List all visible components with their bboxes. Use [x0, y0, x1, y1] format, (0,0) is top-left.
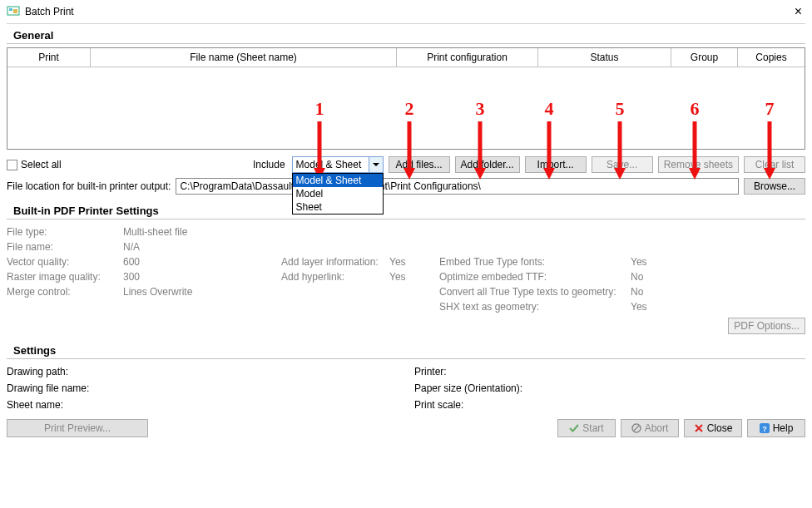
check-icon — [569, 423, 579, 433]
col-print[interactable]: Print — [7, 48, 91, 67]
include-option[interactable]: Sheet — [293, 200, 383, 214]
abort-button[interactable]: Abort — [621, 419, 679, 437]
pdf-layer-k: Add layer information: — [281, 256, 389, 268]
pdf-merge-v: Lines Overwrite — [123, 286, 281, 298]
abort-label: Abort — [645, 422, 669, 434]
include-label: Include — [253, 159, 285, 170]
titlebar: Batch Print × — [0, 0, 812, 23]
x-icon — [694, 423, 704, 433]
col-filename[interactable]: File name (Sheet name) — [91, 48, 397, 67]
pdf-hyper-v: Yes — [389, 271, 439, 283]
svg-text:?: ? — [762, 425, 767, 433]
sheet-name-k: Sheet name: — [7, 399, 414, 411]
print-preview-button[interactable]: Print Preview... — [7, 419, 148, 437]
pdf-raster-k: Raster image quality: — [7, 271, 123, 283]
stop-icon — [631, 423, 641, 433]
pdf-vector-k: Vector quality: — [7, 256, 123, 268]
pdf-shx-k: SHX text as geometry: — [439, 301, 631, 313]
drawing-file-k: Drawing file name: — [7, 382, 414, 394]
close-button[interactable]: Close — [684, 419, 742, 437]
include-select[interactable]: Model & Sheet Model & Sheet Model Sheet — [292, 156, 384, 173]
pdf-filetype-k: File type: — [7, 226, 123, 238]
browse-button[interactable]: Browse... — [744, 178, 805, 195]
help-button[interactable]: ? Help — [747, 419, 805, 437]
include-option[interactable]: Model & Sheet — [293, 174, 383, 187]
add-folder-button[interactable]: Add folder... — [455, 156, 520, 173]
checkbox-icon — [7, 160, 17, 170]
pdf-hyper-k: Add hyperlink: — [281, 271, 389, 283]
pdf-vector-v: 600 — [123, 256, 281, 268]
col-status[interactable]: Status — [538, 48, 671, 67]
pdf-merge-k: Merge control: — [7, 286, 123, 298]
settings-grid: Drawing path: Printer: Drawing file name… — [7, 363, 805, 417]
save-button[interactable]: Save... — [592, 156, 653, 173]
col-printconfig[interactable]: Print configuration — [397, 48, 538, 67]
start-button[interactable]: Start — [557, 419, 616, 437]
filepath-label: File location for built-in printer outpu… — [7, 180, 171, 192]
drawing-path-k: Drawing path: — [7, 366, 414, 377]
close-label: Close — [707, 422, 733, 434]
table-header: Print File name (Sheet name) Print confi… — [7, 48, 805, 67]
table-controls: Select all Include Model & Sheet Model &… — [7, 155, 805, 175]
window-title: Batch Print — [25, 6, 791, 17]
svg-rect-2 — [13, 9, 17, 13]
table-body — [7, 67, 805, 149]
clear-list-button[interactable]: Clear list — [744, 156, 805, 173]
help-icon: ? — [760, 423, 770, 433]
pdf-embed-v: Yes — [631, 256, 681, 268]
add-files-button[interactable]: Add files... — [389, 156, 450, 173]
chevron-down-icon — [369, 157, 383, 172]
select-all-checkbox[interactable]: Select all — [7, 159, 62, 170]
include-dropdown: Model & Sheet Model Sheet — [292, 173, 384, 215]
pdf-optim-v: No — [631, 271, 681, 283]
section-general: General — [7, 24, 805, 44]
col-copies[interactable]: Copies — [738, 48, 805, 67]
sheet-table: Print File name (Sheet name) Print confi… — [7, 47, 805, 150]
col-group[interactable]: Group — [671, 48, 738, 67]
svg-rect-1 — [9, 8, 12, 11]
pdf-embed-k: Embed True Type fonts: — [439, 256, 631, 268]
printer-k: Printer: — [414, 366, 689, 377]
close-icon[interactable]: × — [791, 4, 805, 19]
paper-k: Paper size (Orientation): — [414, 382, 689, 394]
pdf-raster-v: 300 — [123, 271, 281, 283]
scale-k: Print scale: — [414, 399, 689, 411]
remove-sheets-button[interactable]: Remove sheets — [658, 156, 739, 173]
section-pdf: Built-in PDF Printer Settings — [7, 200, 805, 219]
filepath-input[interactable] — [176, 178, 739, 195]
app-icon — [7, 5, 20, 18]
pdf-filename-k: File name: — [7, 241, 123, 253]
pdf-options-button[interactable]: PDF Options... — [728, 318, 805, 334]
pdf-settings: File type: Multi-sheet file File name: N… — [7, 223, 805, 316]
pdf-filetype-v: Multi-sheet file — [123, 226, 281, 238]
start-label: Start — [582, 422, 603, 434]
pdf-layer-v: Yes — [389, 256, 439, 268]
section-settings: Settings — [7, 339, 805, 359]
pdf-filename-v: N/A — [123, 241, 281, 253]
include-value: Model & Sheet — [296, 159, 362, 170]
svg-line-4 — [633, 426, 639, 432]
filepath-row: File location for built-in printer outpu… — [7, 175, 805, 200]
select-all-label: Select all — [21, 159, 62, 170]
import-button[interactable]: Import... — [525, 156, 587, 173]
pdf-conv-k: Convert all True Type texts to geometry: — [439, 286, 631, 298]
include-option[interactable]: Model — [293, 187, 383, 200]
pdf-shx-v: Yes — [631, 301, 681, 313]
pdf-optim-k: Optimize embeded TTF: — [439, 271, 631, 283]
pdf-conv-v: No — [631, 286, 681, 298]
bottom-bar: Print Preview... Start Abort Close ? Hel… — [7, 417, 805, 439]
help-label: Help — [773, 422, 794, 434]
